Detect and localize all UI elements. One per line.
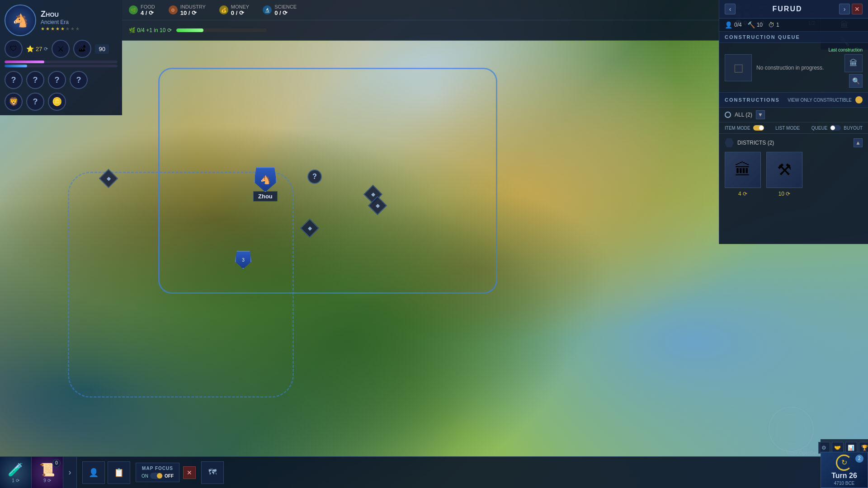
turn-arrow-icon: ↻ xyxy=(841,458,847,467)
science-per-turn: 1 ⟳ xyxy=(12,478,19,483)
extra-map-icon-area: 🗺 xyxy=(201,461,224,484)
help-btn-5[interactable]: ? xyxy=(26,93,44,111)
help-buttons-row1: ? ? ? ? xyxy=(5,71,118,89)
on-label: ON xyxy=(142,474,148,479)
queue-buyout-toggle[interactable]: QUEUE BUYOUT xyxy=(811,125,863,131)
turn-counter-badge: 2 xyxy=(855,455,863,463)
population-info: 🌿 0/4 +1 in 10 ⟳ xyxy=(129,27,172,33)
help-btn-4[interactable]: ? xyxy=(70,71,88,89)
small-toggle xyxy=(150,473,163,479)
turn-circle-icon: ↻ xyxy=(836,455,852,471)
district-cost-value-1: 4 ⟳ xyxy=(738,191,747,197)
food-label: FOOD xyxy=(141,4,155,9)
food-resource: 🌿 FOOD 4 / ⟳ xyxy=(129,4,155,16)
city-shield: 🐴 xyxy=(254,167,277,192)
list-mode-toggle[interactable]: LIST MODE xyxy=(775,126,800,131)
filter-dropdown-btn[interactable]: ▼ xyxy=(756,110,765,119)
view-only-constructible[interactable]: VIEW ONLY CONSTRUCTIBLE xyxy=(788,96,863,103)
industry-icon: ⚙ xyxy=(169,5,178,14)
help-btn-2[interactable]: ? xyxy=(26,71,44,89)
hammer-icon: 🔨 xyxy=(747,21,755,28)
culture-btn[interactable]: 0 📜 9 ⟳ xyxy=(32,457,63,488)
queue-label: QUEUE xyxy=(811,126,828,131)
on-off-toggle[interactable]: ON OFF xyxy=(142,473,174,479)
construction-queue-label: CONSTRUCTION QUEUE xyxy=(725,34,800,40)
no-construction-text: No construction in progress. xyxy=(756,65,824,71)
civ-stars: ★ ★ ★ ★ ★ ★ ★ ★ xyxy=(41,26,118,31)
map-actions: 👤 📋 xyxy=(77,461,136,484)
queue-image: ◻ xyxy=(725,54,752,81)
item-mode-dot xyxy=(753,125,764,131)
districts-header-row: DISTRICTS (2) ▲ xyxy=(725,138,863,147)
money-label: MONEY xyxy=(231,4,249,9)
city-industry-stat: 🔨 10 xyxy=(747,21,763,28)
city-population: 0/4 xyxy=(734,22,742,28)
district-image-1: 🏛 xyxy=(725,152,761,188)
unit-icon-btn-3[interactable]: 🏕 xyxy=(73,40,91,58)
buyout-label: BUYOUT xyxy=(844,126,863,131)
map-focus-close-btn[interactable]: ✕ xyxy=(183,466,196,479)
queue-dot xyxy=(830,125,841,131)
city-panel: ‹ FURUD › ✕ 👤 0/4 🔨 10 ⏱ 1 CONSTRUCTION … xyxy=(719,0,868,244)
district-card-1[interactable]: 🏛 4 ⟳ xyxy=(725,152,761,197)
expand-bottom-btn[interactable]: › xyxy=(63,457,77,488)
science-resource: 🔬 SCIENCE 0 / ⟳ xyxy=(263,4,297,16)
district-cost-1: 4 ⟳ xyxy=(738,191,747,197)
food-value: 4 / ⟳ xyxy=(141,9,155,16)
pop-info-text: 🌿 0/4 +1 in 10 ⟳ xyxy=(129,27,172,33)
scroll-indicator xyxy=(769,407,814,452)
map-action-btn-2[interactable]: 📋 xyxy=(108,461,130,484)
last-construction: Last construction 🏛 🔍 xyxy=(828,47,863,88)
question-bubble-1[interactable]: ? xyxy=(307,169,322,184)
science-label: SCIENCE xyxy=(274,4,297,9)
fame-stat: ⭐ 27 ⟳ xyxy=(26,45,48,52)
last-construction-icon[interactable]: 🏛 xyxy=(844,54,863,72)
coin-icon-2: 🪙 xyxy=(52,97,62,107)
city-header-actions: › ✕ xyxy=(839,4,863,14)
unit-icon-btn-2[interactable]: ⚔ xyxy=(52,40,70,58)
city-close-btn[interactable]: ✕ xyxy=(852,4,863,14)
city-industry: 10 xyxy=(757,22,763,28)
list-mode-label: LIST MODE xyxy=(775,126,800,131)
small-knob xyxy=(157,473,162,479)
map-action-btn-1[interactable]: 👤 xyxy=(82,461,105,484)
districts-collapse-btn[interactable]: ▲ xyxy=(854,138,863,147)
industry-resource: ⚙ INDUSTRY 10 / ⟳ xyxy=(169,4,206,16)
item-mode-knob xyxy=(759,126,764,130)
districts-label-text: DISTRICTS (2) xyxy=(737,140,774,146)
filter-circle-icon xyxy=(725,112,731,118)
science-btn[interactable]: 🧪 1 ⟳ xyxy=(0,457,32,488)
unit-icon-lion[interactable]: 🦁 xyxy=(5,93,23,111)
science-fill xyxy=(5,65,27,67)
unit-icon-btn-1[interactable]: 🛡 xyxy=(5,40,23,58)
science-value: 0 / ⟳ xyxy=(274,9,297,16)
city-name-on-map: Zhou xyxy=(253,191,278,202)
unit-icon-coin[interactable]: 🪙 xyxy=(48,93,66,111)
civ-avatar[interactable]: 🐴 xyxy=(5,5,36,36)
districts-grid: 🏛 4 ⟳ ⚒ 10 ⟳ xyxy=(725,152,863,197)
bottom-bar: 🧪 1 ⟳ 0 📜 9 ⟳ › 👤 📋 MAP FOCUS ON OFF ✕ 🗺 xyxy=(0,456,868,488)
districts-label-area: DISTRICTS (2) xyxy=(725,138,774,147)
extra-map-icon-btn[interactable]: 🗺 xyxy=(201,461,224,484)
item-mode-toggle[interactable]: ITEM MODE xyxy=(725,125,764,131)
construction-search-btn[interactable]: 🔍 xyxy=(849,74,863,88)
help-btn-1[interactable]: ? xyxy=(5,71,23,89)
queue-knob xyxy=(830,126,835,130)
all-filter-label: ALL (2) xyxy=(735,112,752,118)
clock-icon: ⏱ xyxy=(768,21,774,28)
help-btn-3[interactable]: ? xyxy=(48,71,66,89)
district-cost-2: 10 ⟳ xyxy=(778,191,791,197)
fame-turn: ⟳ xyxy=(44,46,48,52)
money-resource: 💰 MONEY 0 / ⟳ xyxy=(219,4,249,16)
queue-row: ◻ No construction in progress. Last cons… xyxy=(725,47,863,88)
pop-icon: 👤 xyxy=(725,21,732,28)
turn-button[interactable]: ↻ 2 Turn 26 4710 BCE xyxy=(821,452,868,488)
city-next-btn[interactable]: › xyxy=(839,4,850,14)
city-prev-btn[interactable]: ‹ xyxy=(725,4,736,14)
city-map-label[interactable]: 🐴 Zhou xyxy=(253,167,278,202)
food-progress-fill xyxy=(176,28,203,32)
turn-year: 4710 BCE xyxy=(834,481,855,486)
district-card-2[interactable]: ⚒ 10 ⟳ xyxy=(766,152,802,197)
fame-icon: ⭐ xyxy=(26,45,34,52)
food-progress-bar xyxy=(176,28,267,32)
